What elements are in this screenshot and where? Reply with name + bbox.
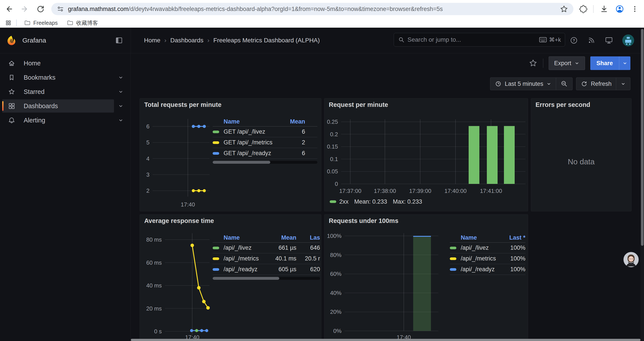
chevron-down-icon[interactable] (118, 89, 124, 95)
series-name[interactable]: /api/_/readyz (224, 266, 266, 273)
svg-text:20 ms: 20 ms (146, 305, 162, 312)
scrollbar-thumb[interactable] (641, 29, 644, 246)
reload-icon (36, 4, 45, 14)
zoom-out-icon (560, 80, 568, 88)
sidebar-item-label: Alerting (24, 117, 45, 124)
series-name[interactable]: /api/_/metrics (461, 255, 499, 262)
panel-total-requests-per-minute: Total requests per minute 6543217:40 Nam… (140, 98, 321, 211)
grafana-logo[interactable] (6, 35, 17, 46)
apps-grid-button[interactable] (4, 19, 13, 27)
bookmark-star-icon[interactable] (560, 5, 568, 14)
page-vertical-scrollbar[interactable] (640, 28, 644, 341)
series-color-pill (212, 257, 224, 260)
panel-title[interactable]: Requests under 100ms (329, 217, 398, 224)
sidebar-item-alerting[interactable]: Alerting (0, 113, 130, 127)
browser-menu-icon[interactable] (630, 5, 639, 14)
time-range-picker[interactable]: Last 5 minutes (490, 78, 556, 90)
extensions-icon[interactable] (578, 5, 588, 14)
legend-header[interactable]: Las (302, 234, 320, 241)
series-name[interactable]: GET /api/_/livez (224, 128, 288, 135)
chevron-down-icon[interactable] (118, 117, 124, 123)
scrollbar-thumb[interactable] (212, 277, 279, 280)
sidebar-item-starred[interactable]: Starred (0, 85, 130, 99)
bookmark-label: 收藏博客 (76, 19, 98, 27)
sidebar: HomeBookmarksStarredDashboardsAlerting (0, 53, 131, 341)
sidebar-item-home[interactable]: Home (0, 56, 130, 70)
site-info-icon[interactable] (56, 5, 65, 14)
download-icon[interactable] (599, 4, 609, 14)
sidebar-item-bookmarks[interactable]: Bookmarks (0, 71, 130, 85)
series-name[interactable]: /api/_/metrics (224, 255, 266, 262)
legend: 2xx Mean: 0.233 Max: 0.233 (330, 198, 422, 205)
legend-header[interactable]: Name (224, 234, 266, 241)
profile-icon[interactable] (615, 4, 625, 14)
panel-title[interactable]: Errors per second (536, 101, 590, 108)
svg-text:2: 2 (146, 187, 150, 194)
sidebar-item-dashboards[interactable]: Dashboards (0, 99, 130, 113)
favorite-star-icon[interactable] (528, 59, 538, 68)
dashboard-toolbar: Export Share (528, 56, 630, 70)
chevron-down-icon[interactable] (118, 75, 124, 80)
browser-reload-button[interactable] (34, 3, 47, 15)
series-name[interactable]: /api/_/livez (224, 244, 266, 251)
help-icon[interactable]: ? (570, 36, 578, 45)
search-input[interactable]: Search or jump to... ⌘+k (394, 33, 565, 47)
legend-header-row: NameMean (212, 117, 318, 127)
bookmarks-bar: Freeleaps收藏博客 (0, 18, 644, 28)
share-dropdown-button[interactable] (619, 56, 630, 70)
browser-forward-button[interactable] (18, 3, 31, 15)
panel-title[interactable]: Average response time (144, 217, 214, 224)
request-per-minute-chart[interactable]: 0.250.20.150.10.05017:37:0017:38:0017:39… (324, 99, 528, 212)
address-bar[interactable]: grafana.mathmast.com/d/deytv4rwavabkb/fr… (51, 3, 574, 15)
monitor-icon[interactable] (604, 36, 613, 45)
legend-row: /api/_/readyz100% (450, 264, 526, 275)
breadcrumb-link[interactable]: Home (144, 37, 160, 44)
url-domain: grafana.mathmast.com (68, 6, 128, 12)
search-icon (398, 36, 405, 43)
browser-back-button[interactable] (3, 3, 15, 15)
svg-text:20%: 20% (330, 308, 342, 315)
panel-title[interactable]: Total requests per minute (144, 101, 222, 108)
time-range-label: Last 5 minutes (505, 81, 544, 87)
bookmark-item[interactable]: 收藏博客 (63, 18, 102, 28)
legend-header[interactable]: Last * (499, 234, 526, 241)
series-name: 2xx (339, 198, 348, 205)
sidebar-toggle-button[interactable] (115, 36, 123, 45)
legend-table-scrollbar[interactable] (212, 277, 320, 280)
chevron-down-icon[interactable] (118, 103, 124, 109)
refresh-button[interactable]: Refresh (576, 78, 616, 90)
series-name[interactable]: /api/_/readyz (461, 266, 499, 273)
svg-text:80 ms: 80 ms (146, 236, 162, 243)
clock-icon (495, 80, 502, 87)
legend-header[interactable]: Name (224, 118, 288, 125)
svg-text:6: 6 (146, 123, 150, 130)
export-button[interactable]: Export (549, 56, 585, 70)
user-avatar[interactable] (622, 34, 634, 47)
legend-header[interactable]: Name (461, 234, 499, 241)
series-last: 646 (302, 244, 320, 251)
breadcrumb-link[interactable]: Dashboards (170, 37, 204, 44)
refresh-interval-dropdown[interactable] (616, 78, 630, 90)
series-name[interactable]: /api/_/livez (461, 244, 499, 251)
series-name[interactable]: GET /api/_/metrics (224, 139, 288, 146)
legend-header-row: NameMeanLas (212, 233, 320, 243)
share-button[interactable]: Share (590, 56, 619, 70)
panel-title[interactable]: Request per minute (329, 101, 388, 108)
export-label: Export (554, 60, 571, 67)
screen: grafana.mathmast.com/d/deytv4rwavabkb/fr… (0, 0, 644, 341)
svg-text:0.1: 0.1 (330, 156, 338, 162)
legend-item-2xx[interactable]: 2xx (330, 198, 348, 205)
bookmarks-divider (16, 20, 17, 26)
floating-assistant-avatar[interactable] (624, 252, 639, 267)
bookmarks-icon (8, 74, 15, 81)
news-rss-icon[interactable] (587, 36, 596, 45)
sidebar-item-label: Starred (24, 88, 44, 96)
legend-header[interactable]: Mean (288, 118, 305, 125)
bookmark-item[interactable]: Freeleaps (20, 19, 61, 27)
legend-header[interactable]: Mean (266, 234, 296, 241)
series-name[interactable]: GET /api/_/readyz (224, 150, 288, 157)
zoom-out-button[interactable] (556, 78, 572, 90)
series-color-pill (212, 247, 224, 249)
legend-table-scrollbar[interactable] (212, 161, 318, 164)
scrollbar-thumb[interactable] (212, 161, 270, 164)
